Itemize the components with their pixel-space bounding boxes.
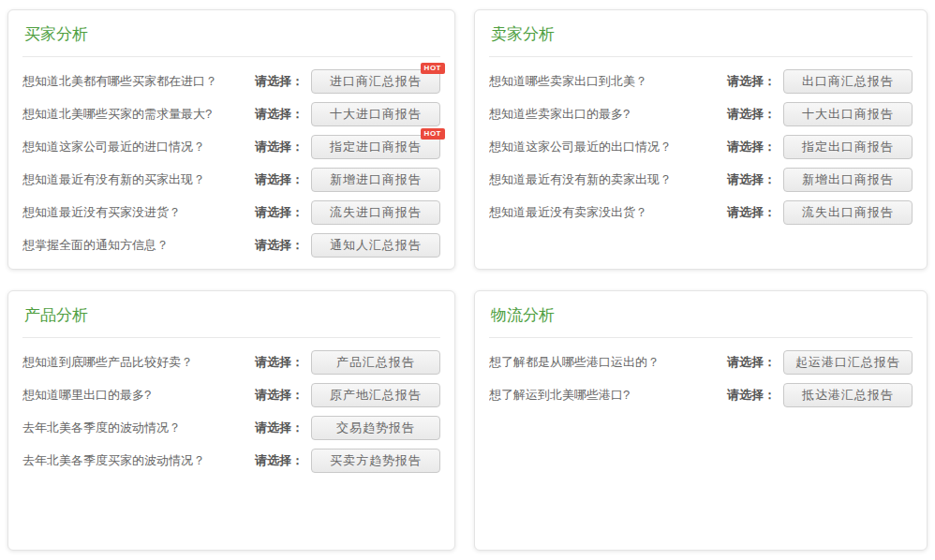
select-label: 请选择： <box>727 106 776 123</box>
panel-title: 产品分析 <box>22 291 440 338</box>
select-label: 请选择： <box>727 171 776 188</box>
report-button-wrap: 原产地汇总报告 <box>311 383 440 407</box>
report-button-wrap: 指定进口商报告HOT <box>311 135 440 159</box>
report-button-wrap: 指定出口商报告 <box>783 135 913 159</box>
report-button-wrap: 流失进口商报告 <box>311 200 440 225</box>
analysis-row: 去年北美各季度买家的波动情况？请选择：买卖方趋势报告 <box>22 449 440 473</box>
rows: 想知道北美都有哪些买家都在进口？请选择：进口商汇总报告HOT想知道北美哪些买家的… <box>8 57 454 258</box>
analysis-row: 想知道这家公司最近的进口情况？请选择：指定进口商报告HOT <box>22 135 440 159</box>
question-text: 想知道这家公司最近的出口情况？ <box>489 139 727 155</box>
report-button-wrap: 十大出口商报告 <box>783 102 913 126</box>
question-text: 想知道到底哪些产品比较好卖？ <box>22 354 255 371</box>
analysis-row: 想知道到底哪些产品比较好卖？请选择：产品汇总报告 <box>22 350 440 375</box>
panel-product-analysis: 产品分析 想知道到底哪些产品比较好卖？请选择：产品汇总报告想知道哪里出口的最多?… <box>7 290 455 551</box>
report-button[interactable]: 抵达港汇总报告 <box>783 383 913 407</box>
panel-logistics-analysis: 物流分析 想了解都是从哪些港口运出的？请选择：起运港口汇总报告想了解运到北美哪些… <box>474 290 928 551</box>
report-button[interactable]: 交易趋势报告 <box>311 416 440 440</box>
select-label: 请选择： <box>255 387 304 404</box>
report-button-wrap: 十大进口商报告 <box>311 102 440 126</box>
question-text: 去年北美各季度的波动情况？ <box>22 420 255 436</box>
question-text: 想知道北美哪些买家的需求量最大? <box>22 106 255 123</box>
report-button[interactable]: 买卖方趋势报告 <box>311 449 440 473</box>
panel-title: 物流分析 <box>489 291 913 338</box>
question-text: 想知道这家公司最近的进口情况？ <box>22 139 255 155</box>
panel-buyer-analysis: 买家分析 想知道北美都有哪些买家都在进口？请选择：进口商汇总报告HOT想知道北美… <box>7 9 455 270</box>
report-button-wrap: 新增进口商报告 <box>311 168 440 192</box>
analysis-row: 想知道最近有没有新的买家出现？请选择：新增进口商报告 <box>22 168 440 192</box>
question-text: 想了解运到北美哪些港口? <box>489 387 727 404</box>
rows: 想知道到底哪些产品比较好卖？请选择：产品汇总报告想知道哪里出口的最多?请选择：原… <box>8 338 454 473</box>
select-label: 请选择： <box>727 354 776 371</box>
report-button-wrap: 出口商汇总报告 <box>783 69 913 94</box>
analysis-dashboard: 买家分析 想知道北美都有哪些买家都在进口？请选择：进口商汇总报告HOT想知道北美… <box>0 0 935 551</box>
report-button-wrap: 进口商汇总报告HOT <box>311 69 440 94</box>
analysis-row: 想知道哪些卖家出口到北美？请选择：出口商汇总报告 <box>489 69 913 94</box>
panel-title: 买家分析 <box>22 10 440 57</box>
report-button-wrap: 产品汇总报告 <box>311 350 440 375</box>
select-label: 请选择： <box>727 387 776 404</box>
question-text: 想知道最近没有卖家没出货？ <box>489 204 727 221</box>
analysis-row: 想了解都是从哪些港口运出的？请选择：起运港口汇总报告 <box>489 350 913 375</box>
panel-title: 卖家分析 <box>489 10 913 57</box>
question-text: 想知道哪里出口的最多? <box>22 387 255 404</box>
question-text: 想了解都是从哪些港口运出的？ <box>489 354 727 371</box>
analysis-row: 去年北美各季度的波动情况？请选择：交易趋势报告 <box>22 416 440 440</box>
select-label: 请选择： <box>255 139 304 155</box>
report-button-wrap: 流失出口商报告 <box>783 200 913 225</box>
question-text: 想知道最近有没有新的卖家出现？ <box>489 171 727 188</box>
select-label: 请选择： <box>255 237 304 254</box>
report-button-wrap: 新增出口商报告 <box>783 168 913 192</box>
select-label: 请选择： <box>255 106 304 123</box>
report-button-wrap: 交易趋势报告 <box>311 416 440 440</box>
question-text: 想掌握全面的通知方信息？ <box>22 237 255 254</box>
rows: 想了解都是从哪些港口运出的？请选择：起运港口汇总报告想了解运到北美哪些港口?请选… <box>475 338 927 407</box>
analysis-row: 想知道最近没有买家没进货？请选择：流失进口商报告 <box>22 200 440 225</box>
report-button[interactable]: 起运港口汇总报告 <box>783 350 913 375</box>
analysis-row: 想知道北美都有哪些买家都在进口？请选择：进口商汇总报告HOT <box>22 69 440 94</box>
analysis-row: 想了解运到北美哪些港口?请选择：抵达港汇总报告 <box>489 383 913 407</box>
question-text: 想知道最近没有买家没进货？ <box>22 204 255 221</box>
report-button-wrap: 起运港口汇总报告 <box>783 350 913 375</box>
question-text: 去年北美各季度买家的波动情况？ <box>22 452 255 469</box>
analysis-row: 想知道些卖家出口的最多?请选择：十大出口商报告 <box>489 102 913 126</box>
select-label: 请选择： <box>727 204 776 221</box>
report-button[interactable]: 原产地汇总报告 <box>311 383 440 407</box>
analysis-row: 想知道这家公司最近的出口情况？请选择：指定出口商报告 <box>489 135 913 159</box>
select-label: 请选择： <box>255 420 304 436</box>
question-text: 想知道些卖家出口的最多? <box>489 106 727 123</box>
question-text: 想知道最近有没有新的买家出现？ <box>22 171 255 188</box>
hot-badge: HOT <box>421 128 445 140</box>
report-button[interactable]: 新增出口商报告 <box>783 168 913 192</box>
question-text: 想知道北美都有哪些买家都在进口？ <box>22 73 255 90</box>
select-label: 请选择： <box>255 204 304 221</box>
report-button[interactable]: 出口商汇总报告 <box>783 69 913 94</box>
hot-badge: HOT <box>421 63 445 74</box>
report-button[interactable]: 十大进口商报告 <box>311 102 440 126</box>
report-button[interactable]: 十大出口商报告 <box>783 102 913 126</box>
report-button[interactable]: 流失进口商报告 <box>311 200 440 225</box>
report-button[interactable]: 流失出口商报告 <box>783 200 913 225</box>
report-button[interactable]: 产品汇总报告 <box>311 350 440 375</box>
report-button-wrap: 买卖方趋势报告 <box>311 449 440 473</box>
report-button-wrap: 通知人汇总报告 <box>311 233 440 258</box>
analysis-row: 想知道最近没有卖家没出货？请选择：流失出口商报告 <box>489 200 913 225</box>
report-button[interactable]: 通知人汇总报告 <box>311 233 440 258</box>
select-label: 请选择： <box>255 452 304 469</box>
select-label: 请选择： <box>727 73 776 90</box>
analysis-row: 想知道哪里出口的最多?请选择：原产地汇总报告 <box>22 383 440 407</box>
report-button-wrap: 抵达港汇总报告 <box>783 383 913 407</box>
rows: 想知道哪些卖家出口到北美？请选择：出口商汇总报告想知道些卖家出口的最多?请选择：… <box>475 57 927 225</box>
analysis-row: 想知道北美哪些买家的需求量最大?请选择：十大进口商报告 <box>22 102 440 126</box>
report-button[interactable]: 指定出口商报告 <box>783 135 913 159</box>
select-label: 请选择： <box>255 171 304 188</box>
question-text: 想知道哪些卖家出口到北美？ <box>489 73 727 90</box>
analysis-row: 想知道最近有没有新的卖家出现？请选择：新增出口商报告 <box>489 168 913 192</box>
select-label: 请选择： <box>727 139 776 155</box>
panel-seller-analysis: 卖家分析 想知道哪些卖家出口到北美？请选择：出口商汇总报告想知道些卖家出口的最多… <box>474 9 928 270</box>
report-button[interactable]: 新增进口商报告 <box>311 168 440 192</box>
select-label: 请选择： <box>255 73 304 90</box>
select-label: 请选择： <box>255 354 304 371</box>
analysis-row: 想掌握全面的通知方信息？请选择：通知人汇总报告 <box>22 233 440 258</box>
